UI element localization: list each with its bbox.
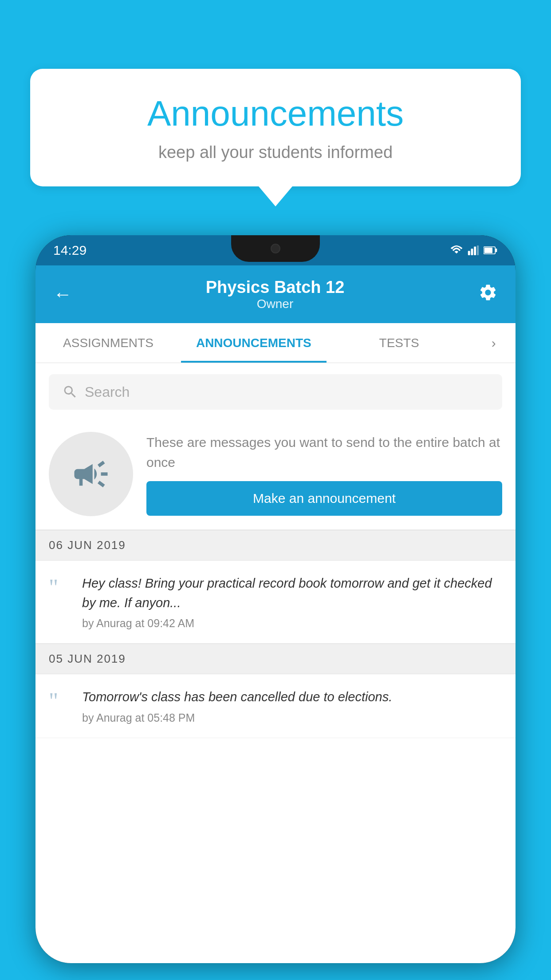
megaphone-icon	[71, 454, 111, 494]
wifi-icon	[450, 245, 463, 255]
announcement-item-2[interactable]: " Tomorrow's class has been cancelled du…	[35, 674, 516, 738]
announcement-content-2: Tomorrow's class has been cancelled due …	[82, 688, 502, 724]
settings-button[interactable]	[478, 283, 498, 306]
status-icons	[450, 245, 498, 255]
speech-bubble-subtitle: keep all your students informed	[57, 143, 494, 162]
battery-icon	[484, 245, 498, 255]
tabs-bar: ASSIGNMENTS ANNOUNCEMENTS TESTS ›	[35, 323, 516, 363]
svg-rect-2	[474, 246, 476, 255]
tab-more[interactable]: ›	[472, 323, 516, 363]
announcement-promo-text: These are messages you want to send to t…	[146, 432, 502, 472]
search-placeholder: Search	[85, 384, 130, 400]
announcement-content-1: Hey class! Bring your practical record b…	[82, 574, 502, 630]
batch-subtitle: Owner	[206, 297, 345, 311]
announcement-icon-circle	[49, 432, 133, 516]
quote-icon-1: "	[49, 576, 71, 599]
announcement-item-1[interactable]: " Hey class! Bring your practical record…	[35, 561, 516, 644]
tab-tests[interactable]: TESTS	[327, 323, 472, 363]
speech-bubble: Announcements keep all your students inf…	[30, 69, 521, 186]
back-button[interactable]: ←	[53, 284, 72, 305]
phone-notch	[231, 235, 320, 262]
announcement-promo: These are messages you want to send to t…	[35, 419, 516, 530]
tab-announcements[interactable]: ANNOUNCEMENTS	[181, 323, 327, 363]
make-announcement-button[interactable]: Make an announcement	[146, 481, 502, 516]
svg-rect-0	[468, 251, 470, 255]
announcement-text-2: Tomorrow's class has been cancelled due …	[82, 688, 502, 707]
date-separator-1: 06 JUN 2019	[35, 530, 516, 561]
date-separator-2: 05 JUN 2019	[35, 644, 516, 674]
announcement-meta-1: by Anurag at 09:42 AM	[82, 617, 502, 630]
signal-icon	[468, 245, 479, 255]
speech-bubble-container: Announcements keep all your students inf…	[30, 69, 521, 206]
front-camera	[271, 244, 280, 253]
svg-rect-5	[484, 248, 492, 253]
batch-title: Physics Batch 12	[206, 278, 345, 297]
search-icon	[62, 384, 78, 400]
svg-rect-6	[496, 249, 497, 252]
announcement-promo-right: These are messages you want to send to t…	[146, 432, 502, 516]
phone-screen: Search These are messages you want to se…	[35, 363, 516, 963]
svg-rect-1	[471, 249, 473, 255]
announcement-meta-2: by Anurag at 05:48 PM	[82, 711, 502, 724]
status-time: 14:29	[53, 243, 87, 258]
announcement-text-1: Hey class! Bring your practical record b…	[82, 574, 502, 612]
speech-bubble-title: Announcements	[57, 93, 494, 134]
tab-assignments[interactable]: ASSIGNMENTS	[35, 323, 181, 363]
search-bar[interactable]: Search	[49, 374, 502, 410]
svg-rect-3	[477, 245, 479, 255]
speech-bubble-arrow	[259, 186, 292, 206]
status-bar: 14:29	[35, 235, 516, 265]
quote-icon-2: "	[49, 690, 71, 713]
header-title-group: Physics Batch 12 Owner	[206, 278, 345, 311]
phone-frame: 14:29 ← Physics Batch 12 Own	[35, 235, 516, 963]
app-header: ← Physics Batch 12 Owner	[35, 265, 516, 323]
